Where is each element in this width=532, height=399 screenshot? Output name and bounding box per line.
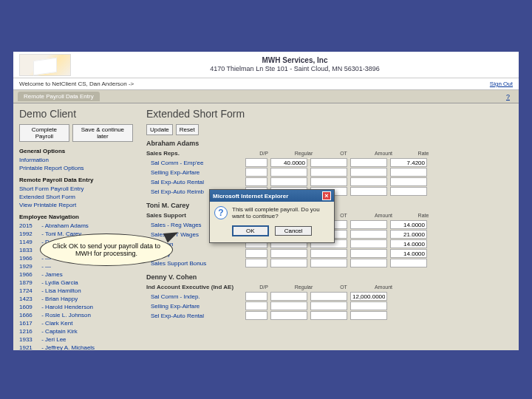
value-input[interactable]: [310, 177, 347, 186]
dp-input[interactable]: [245, 259, 267, 267]
employee-nav-item[interactable]: 1609 - Harold Henderson: [19, 303, 133, 311]
dp-input[interactable]: [245, 311, 267, 320]
value-input[interactable]: [310, 158, 347, 167]
value-input[interactable]: [350, 249, 387, 258]
employee-nav-item[interactable]: 1666 - Rosie L. Johnson: [19, 311, 133, 319]
value-input[interactable]: [390, 220, 427, 229]
value-input[interactable]: [270, 301, 307, 310]
dp-input[interactable]: [245, 301, 267, 310]
value-input[interactable]: [310, 168, 347, 177]
dialog-titlebar[interactable]: Microsoft Internet Explorer ×: [210, 190, 334, 202]
employee-nav-item[interactable]: 1879 - Lydia Garcia: [19, 279, 133, 287]
value-input[interactable]: [310, 259, 347, 267]
value-input[interactable]: [390, 158, 427, 167]
value-input[interactable]: [310, 311, 347, 320]
value-input[interactable]: [310, 292, 347, 301]
employee-nav-item[interactable]: 1966 - James: [19, 270, 133, 279]
dialog-title: Microsoft Internet Explorer: [213, 193, 288, 200]
employee-nav-item[interactable]: 1423 - Brian Happy: [19, 295, 133, 303]
dp-input[interactable]: [245, 168, 267, 177]
help-link[interactable]: ?: [502, 92, 514, 102]
pay-item-label[interactable]: Sel Exp-Auto Rental: [146, 313, 242, 319]
value-input[interactable]: [310, 249, 347, 258]
dialog-message: This will complete payroll. Do you want …: [232, 206, 330, 219]
client-title: Demo Client: [19, 108, 133, 120]
pay-item-label[interactable]: Selling Exp-Airfare: [146, 169, 242, 176]
pay-item-label[interactable]: Selling Exp-Airfare: [146, 303, 242, 310]
complete-payroll-button[interactable]: Complete Payroll: [19, 124, 69, 142]
tab-bar: Remote Payroll Data Entry ?: [13, 90, 519, 103]
employee-nav-item[interactable]: 1933 - Jeri Lee: [19, 335, 133, 344]
reset-button[interactable]: Reset: [176, 124, 199, 135]
cancel-button[interactable]: Cancel: [275, 226, 312, 236]
employee-name: Denny V. Cohen: [146, 273, 242, 281]
pay-item-label[interactable]: Sal Exp-Auto Rental: [146, 179, 242, 185]
employee-name: Abraham Adams: [146, 140, 242, 147]
value-input[interactable]: [270, 311, 307, 320]
col-dp: D/P: [245, 284, 282, 290]
value-input[interactable]: [350, 230, 387, 239]
value-input[interactable]: [270, 158, 307, 167]
signout-link[interactable]: Sign Out: [490, 81, 513, 87]
value-input[interactable]: [390, 168, 427, 177]
pay-row: Sales Support Bonus: [146, 259, 511, 267]
sidebar: Demo Client Complete Payroll Save & cont…: [13, 103, 139, 350]
close-icon[interactable]: ×: [322, 191, 331, 200]
dp-input[interactable]: [245, 292, 267, 301]
ok-button[interactable]: OK: [232, 225, 269, 236]
link-short-form-entry[interactable]: Short Form Payroll Entry: [19, 185, 133, 193]
pay-item-label[interactable]: Sal Comm - Emp'ee: [146, 160, 242, 166]
col-ot: OT: [325, 284, 362, 290]
value-input[interactable]: [350, 301, 387, 310]
company-address: 4170 Thielman Ln Ste 101 - Saint Cloud, …: [77, 65, 513, 74]
value-input[interactable]: [390, 177, 427, 186]
dp-input[interactable]: [245, 158, 267, 167]
link-view-printable-report[interactable]: View Printable Report: [19, 201, 133, 209]
dp-input[interactable]: [245, 249, 267, 258]
dp-input[interactable]: [245, 177, 267, 186]
pay-row: Sal Exp-Auto Rental: [146, 177, 511, 186]
value-input[interactable]: [310, 301, 347, 310]
value-input[interactable]: [270, 168, 307, 177]
value-input[interactable]: [350, 220, 387, 229]
pay-item-label[interactable]: Sales Support Bonus: [146, 260, 242, 267]
value-input[interactable]: [390, 249, 427, 258]
pay-row: Selling Exp-Airfare: [146, 301, 511, 310]
main-title: Extended Short Form: [146, 108, 511, 120]
value-input[interactable]: [270, 259, 307, 267]
value-input[interactable]: [390, 187, 427, 196]
col-amount: Amount: [365, 151, 402, 156]
value-input[interactable]: [270, 292, 307, 301]
instruction-callout: Click OK to send your payroll data to MW…: [40, 233, 173, 266]
value-input[interactable]: [350, 239, 387, 248]
employee-nav-item[interactable]: 2015 - Abraham Adams: [19, 222, 133, 230]
dept-name: Ind Account Executive (Ind AE): [146, 284, 242, 290]
value-input[interactable]: [350, 292, 387, 301]
section-employee-nav: Employee Navigation: [19, 214, 133, 220]
col-regular: Regular: [285, 151, 322, 156]
link-extended-short-form[interactable]: Extended Short Form: [19, 193, 133, 201]
link-printable-report-options[interactable]: Printable Report Options: [19, 164, 133, 172]
value-input[interactable]: [350, 259, 387, 267]
pay-item-label[interactable]: Sal Comm - Indep.: [146, 293, 242, 300]
employee-nav-item[interactable]: 1724 - Lisa Hamilton: [19, 287, 133, 295]
value-input[interactable]: [350, 158, 387, 167]
save-continue-button[interactable]: Save & continue later: [72, 124, 133, 142]
link-information[interactable]: Information: [19, 156, 133, 164]
tab-remote-payroll[interactable]: Remote Payroll Data Entry: [18, 92, 100, 101]
welcome-bar: Welcome to NetClient CS, Dan Anderson ->…: [13, 78, 519, 90]
update-button[interactable]: Update: [146, 124, 173, 135]
employee-nav-item[interactable]: 1921 - Jeffrey A. Michaels: [19, 344, 133, 350]
value-input[interactable]: [350, 311, 387, 320]
value-input[interactable]: [350, 177, 387, 186]
value-input[interactable]: [350, 187, 387, 196]
value-input[interactable]: [350, 168, 387, 177]
employee-nav-item[interactable]: 1216 - Captain Kirk: [19, 327, 133, 335]
value-input[interactable]: [390, 239, 427, 248]
welcome-text: Welcome to NetClient CS, Dan Anderson ->: [19, 81, 134, 87]
value-input[interactable]: [270, 177, 307, 186]
value-input[interactable]: [270, 249, 307, 258]
value-input[interactable]: [390, 230, 427, 239]
employee-nav-item[interactable]: 1617 - Clark Kent: [19, 319, 133, 327]
value-input[interactable]: [390, 259, 427, 267]
